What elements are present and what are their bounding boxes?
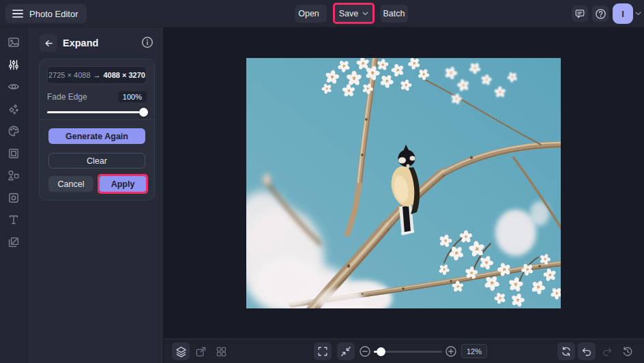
redo-button[interactable] [598,343,616,360]
shapes-icon [8,169,20,182]
zoom-slider[interactable] [374,351,442,353]
sparkles-icon [8,103,20,115]
sidebar-item-adjust-tool[interactable] [8,59,20,71]
image-icon [8,36,20,48]
fade-edge-row: Fade Edge 100% [47,91,147,103]
generate-again-button[interactable]: Generate Again [48,128,145,144]
expand-settings-card: 2725 × 4088 → 4088 × 3270 Fade Edge 100%… [39,59,155,201]
bottom-toolbar: 12% [164,338,644,363]
text-icon [8,214,20,226]
zoom-out-icon[interactable] [359,345,371,358]
export-view-button[interactable] [192,343,209,360]
sidebar-item-frame-tool[interactable] [8,147,20,160]
batch-button[interactable]: Batch [380,5,408,23]
help-button[interactable] [592,5,609,22]
canvas-image[interactable] [246,58,561,308]
menu-icon [12,10,23,18]
sidebar-item-texture-tool[interactable] [8,192,20,204]
fit-screen-icon [340,346,351,357]
feedback-icon [574,8,585,19]
tool-rail [0,27,27,363]
grid-icon [216,346,227,358]
avatar[interactable]: I [613,3,633,24]
sidebar-item-image-tool[interactable] [8,36,20,48]
account-chevron-down-icon[interactable] [635,12,641,16]
layers-icon [175,346,187,358]
undo-icon [581,346,592,357]
arrow-right-icon: → [93,71,101,79]
top-bar: Photo Editor Open Save Batch [0,0,644,27]
redo-icon [602,346,613,357]
panel-title: Expand [63,38,98,48]
clear-button[interactable]: Clear [48,153,145,169]
help-icon [595,8,606,20]
zoom-slider-thumb[interactable] [377,347,385,356]
app-title: Photo Editor [29,9,78,19]
open-button-label: Open [298,9,319,18]
app-menu-button[interactable]: Photo Editor [5,4,87,23]
export-icon [195,346,207,358]
back-button[interactable] [40,34,57,52]
avatar-initial: I [621,9,624,19]
fullscreen-icon [317,346,328,357]
texture-icon [8,192,20,204]
zoom-level-text: 12% [467,347,482,355]
duplicate-icon [8,236,20,248]
cancel-button[interactable]: Cancel [48,176,93,192]
save-button-highlight: Save [333,3,375,24]
fade-edge-label: Fade Edge [47,92,87,102]
apply-button[interactable]: Apply [100,176,146,192]
editor-canvas[interactable] [164,27,644,338]
adjustments-icon [8,59,20,71]
palette-icon [8,125,20,137]
refresh-button[interactable] [557,343,575,360]
sidebar-item-effects-tool[interactable] [8,103,20,115]
chevron-down-icon [362,12,368,16]
photo-editor-app: Photo Editor Open Save Batch [0,0,644,363]
divider [40,119,154,120]
fade-edge-value: 100% [118,91,147,102]
history-button[interactable] [619,343,636,360]
refresh-icon [561,346,572,357]
eye-icon [8,81,20,93]
history-icon [622,346,633,357]
grid-view-button[interactable] [212,343,230,360]
sidebar-item-duplicate-tool[interactable] [8,236,20,248]
arrow-left-icon [44,38,54,48]
layers-button[interactable] [172,343,190,360]
dimensions-readout: 2725 × 4088 → 4088 × 3270 [47,66,147,84]
sidebar-item-text-tool[interactable] [8,214,20,226]
fade-edge-slider-thumb[interactable] [139,108,148,117]
fade-edge-slider[interactable] [47,111,147,113]
undo-button[interactable] [578,343,596,360]
info-icon[interactable] [141,36,153,48]
frame-icon [8,147,20,160]
sidebar-item-palette-tool[interactable] [8,125,20,137]
open-button[interactable]: Open [295,5,327,23]
fit-screen-button[interactable] [337,343,355,360]
batch-button-label: Batch [383,9,405,18]
expand-panel: Expand 2725 × 4088 → 4088 × 3270 Fade Ed… [27,27,164,363]
dimensions-from: 2725 × 4088 [48,71,90,79]
sidebar-item-shapes-tool[interactable] [8,169,20,182]
dimensions-to: 4088 × 3270 [104,71,145,79]
save-button[interactable]: Save [335,5,372,22]
zoom-level-value[interactable]: 12% [461,344,487,358]
zoom-in-icon[interactable] [445,345,457,358]
fullscreen-button[interactable] [314,343,332,360]
sidebar-item-retouch-tool[interactable] [8,81,20,93]
feedback-button[interactable] [572,5,588,22]
apply-button-highlight: Apply [98,174,148,194]
save-button-label: Save [339,9,359,18]
